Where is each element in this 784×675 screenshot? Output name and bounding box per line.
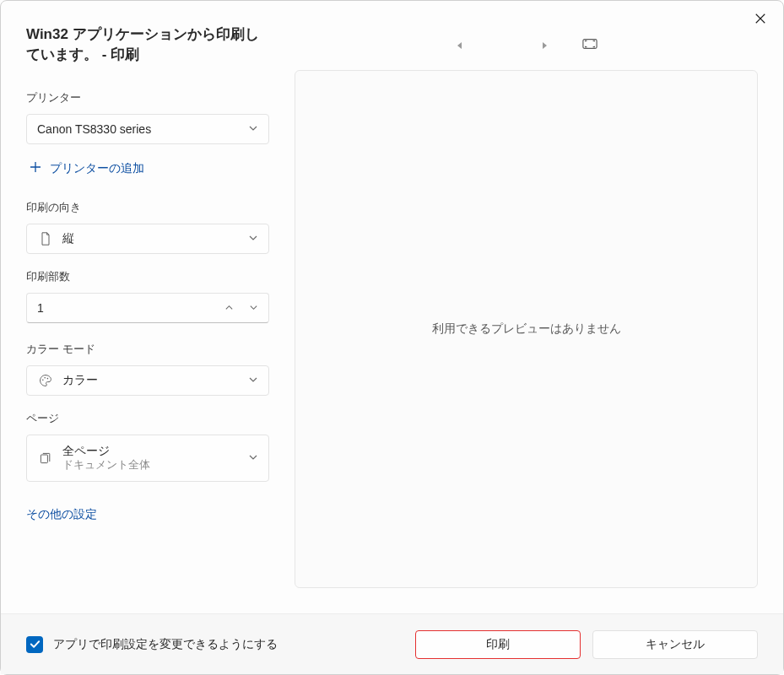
allow-app-settings-label: アプリで印刷設定を変更できるようにする [53,637,278,652]
print-button[interactable]: 印刷 [415,630,581,659]
plus-icon [30,161,41,176]
print-dialog: Win32 アプリケーションから印刷しています。 - 印刷 プリンター Cano… [0,0,784,675]
allow-app-settings-option: アプリで印刷設定を変更できるようにする [26,636,278,653]
chevron-down-icon [248,374,258,387]
close-icon [754,13,766,24]
add-printer-link[interactable]: プリンターの追加 [26,159,269,178]
svg-point-2 [47,377,49,379]
triangle-left-icon [456,41,464,50]
copies-decrement[interactable] [249,301,258,315]
svg-point-1 [44,377,46,379]
palette-icon [37,374,54,387]
chevron-up-icon [224,303,234,312]
pages-selected-value: 全ページ [62,443,150,458]
no-preview-text: 利用できるプレビューはありません [432,321,621,337]
preview-panel: 利用できるプレビューはありません [295,1,783,613]
add-printer-label: プリンターの追加 [50,161,144,176]
preview-next-button[interactable] [540,38,549,53]
preview-prev-button[interactable] [456,38,464,53]
pages-icon [37,451,54,465]
copies-increment[interactable] [224,301,234,315]
chevron-down-icon [248,451,258,465]
svg-point-0 [42,379,44,381]
orientation-label: 印刷の向き [26,200,269,215]
color-mode-label: カラー モード [26,342,269,357]
color-mode-select[interactable]: カラー [26,365,269,396]
orientation-select[interactable]: 縦 [26,224,269,254]
orientation-selected-value: 縦 [62,231,74,246]
pages-select[interactable]: 全ページ ドキュメント全体 [26,435,269,482]
allow-app-settings-checkbox[interactable] [26,636,43,653]
dialog-footer: アプリで印刷設定を変更できるようにする 印刷 キャンセル [1,613,783,674]
copies-input[interactable]: 1 [26,293,269,323]
chevron-down-icon [248,232,258,246]
check-icon [30,639,41,650]
preview-nav [295,38,758,53]
printer-selected-value: Canon TS8330 series [37,122,151,136]
fullscreen-icon [582,38,597,50]
triangle-right-icon [540,41,549,50]
copies-value: 1 [37,301,44,315]
footer-buttons: 印刷 キャンセル [415,630,758,659]
copies-label: 印刷部数 [26,269,269,284]
color-mode-selected-value: カラー [62,373,98,388]
chevron-down-icon [249,303,258,312]
cancel-button[interactable]: キャンセル [592,630,758,659]
page-portrait-icon [37,232,54,246]
pages-sub-label: ドキュメント全体 [62,458,150,472]
close-button[interactable] [753,11,768,26]
pages-label: ページ [26,411,269,426]
svg-rect-3 [41,455,47,463]
settings-panel: Win32 アプリケーションから印刷しています。 - 印刷 プリンター Cano… [1,1,295,613]
printer-select[interactable]: Canon TS8330 series [26,114,269,144]
preview-area: 利用できるプレビューはありません [295,70,758,588]
dialog-title: Win32 アプリケーションから印刷しています。 - 印刷 [26,24,269,65]
more-settings-link[interactable]: その他の設定 [26,507,97,522]
printer-label: プリンター [26,90,269,105]
chevron-down-icon [248,122,258,136]
dialog-content: Win32 アプリケーションから印刷しています。 - 印刷 プリンター Cano… [1,1,783,613]
fullscreen-button[interactable] [582,38,597,53]
